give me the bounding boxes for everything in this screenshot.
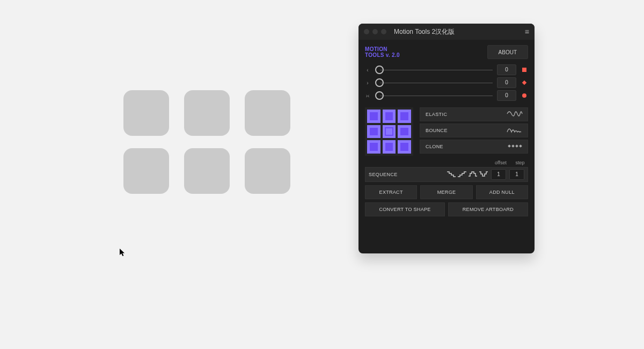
- merge-button[interactable]: MERGE: [420, 185, 472, 199]
- shape[interactable]: [123, 90, 169, 136]
- sequence-row: SEQUENCE 1 1: [365, 167, 528, 182]
- ease-in-slider[interactable]: [375, 67, 493, 73]
- stairs-center-icon[interactable]: [469, 171, 477, 179]
- svg-rect-3: [508, 144, 511, 148]
- shape[interactable]: [184, 148, 230, 194]
- anchor-point-grid: [365, 107, 413, 156]
- svg-rect-5: [515, 144, 518, 148]
- anchor-center[interactable]: [383, 125, 396, 139]
- shape[interactable]: [245, 90, 290, 136]
- keyframe-square-icon[interactable]: [521, 66, 528, 74]
- svg-rect-0: [522, 68, 526, 72]
- extract-button[interactable]: EXTRACT: [365, 185, 417, 199]
- sequence-labels: offset step: [365, 160, 528, 165]
- svg-point-2: [522, 93, 526, 98]
- cursor-icon: [119, 248, 126, 258]
- keyframe-diamond-icon[interactable]: [521, 79, 528, 86]
- sequence-label: SEQUENCE: [369, 172, 398, 177]
- ease-out-slider-row: › 0: [365, 77, 528, 88]
- ease-out-value[interactable]: 0: [497, 77, 516, 88]
- anchor-top-right[interactable]: [398, 110, 411, 123]
- clone-diamonds-icon: [507, 143, 522, 150]
- window-title: Motion Tools 2汉化版: [394, 27, 518, 37]
- elastic-wave-icon: [507, 111, 522, 118]
- brand-label: MOTION TOOLS v. 2.0: [365, 46, 400, 59]
- anchor-top-left[interactable]: [367, 110, 380, 123]
- remove-artboard-button[interactable]: REMOVE ARTBOARD: [448, 202, 528, 216]
- keyframe-circle-icon[interactable]: [521, 92, 528, 99]
- ease-both-slider-row: ›‹ 0: [365, 90, 528, 101]
- window-controls[interactable]: [364, 29, 386, 34]
- bounce-button[interactable]: BOUNCE: [420, 123, 528, 137]
- elastic-button[interactable]: ELASTIC: [420, 107, 528, 121]
- anchor-mid-right[interactable]: [398, 125, 411, 139]
- svg-rect-6: [519, 144, 522, 148]
- chevron-left-icon: ‹: [365, 67, 370, 73]
- chevron-right-icon: ›: [365, 80, 370, 86]
- clone-button[interactable]: CLONE: [420, 140, 528, 154]
- convert-to-shape-button[interactable]: CONVERT TO SHAPE: [365, 202, 445, 216]
- sequence-offset-input[interactable]: 1: [491, 169, 506, 180]
- anchor-bottom-left[interactable]: [367, 140, 380, 154]
- close-icon[interactable]: [364, 29, 369, 34]
- shape[interactable]: [184, 90, 230, 136]
- titlebar[interactable]: Motion Tools 2汉化版 ≡: [358, 24, 535, 40]
- ease-in-slider-row: ‹ 0: [365, 64, 528, 75]
- stairs-edges-icon[interactable]: [479, 171, 488, 179]
- bounce-wave-icon: [507, 127, 522, 134]
- about-button[interactable]: ABOUT: [487, 45, 528, 59]
- shape[interactable]: [245, 148, 290, 194]
- shape[interactable]: [123, 148, 169, 194]
- chevrons-in-icon: ›‹: [365, 93, 370, 99]
- ease-both-slider[interactable]: [375, 92, 493, 99]
- minimize-icon[interactable]: [372, 29, 378, 34]
- motion-tools-panel: Motion Tools 2汉化版 ≡ MOTION TOOLS v. 2.0 …: [358, 24, 535, 253]
- ease-in-value[interactable]: 0: [497, 64, 516, 75]
- anchor-mid-left[interactable]: [367, 125, 380, 139]
- stairs-down-icon[interactable]: [447, 171, 456, 179]
- anchor-top-center[interactable]: [383, 110, 396, 123]
- panel-menu-icon[interactable]: ≡: [525, 28, 529, 35]
- svg-rect-4: [511, 144, 515, 148]
- svg-rect-1: [522, 81, 526, 85]
- sequence-step-input[interactable]: 1: [509, 169, 524, 180]
- zoom-icon[interactable]: [381, 29, 386, 34]
- anchor-bottom-center[interactable]: [383, 140, 396, 154]
- add-null-button[interactable]: ADD NULL: [476, 185, 528, 199]
- stairs-up-icon[interactable]: [458, 171, 466, 179]
- ease-both-value[interactable]: 0: [497, 90, 516, 101]
- anchor-bottom-right[interactable]: [398, 140, 411, 154]
- ease-out-slider[interactable]: [375, 79, 493, 86]
